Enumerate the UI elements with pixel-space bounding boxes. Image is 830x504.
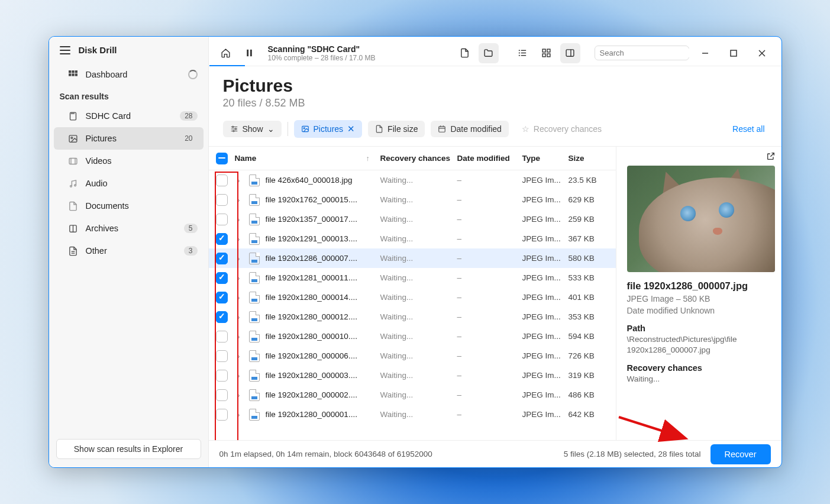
svg-point-15 [70,185,72,187]
file-size: 629 KB [569,195,616,204]
home-button[interactable] [216,43,236,63]
row-checkbox[interactable] [216,370,228,382]
svg-point-45 [235,128,236,130]
table-row[interactable]: › file 1920x1280_000002.... Waiting... –… [209,385,616,405]
row-checkbox[interactable] [216,311,228,323]
search-field[interactable] [600,49,699,57]
file-size: 642 KB [569,410,616,419]
hamburger-icon[interactable] [60,46,70,54]
file-name: file 1920x1280_000002.... [266,390,357,399]
chevron-down-icon: ⌄ [267,124,274,134]
sidebar-dashboard[interactable]: Dashboard [49,63,208,86]
row-checkbox[interactable] [216,194,228,206]
minimize-button[interactable] [693,44,718,62]
close-button[interactable] [750,44,774,62]
filter-pictures-chip[interactable]: Pictures ✕ [294,120,363,138]
svg-rect-12 [69,158,77,164]
file-recovery: Waiting... [380,176,457,185]
table-row[interactable]: › file 1920x1280_000014.... Waiting... –… [209,287,616,307]
row-checkbox[interactable] [216,272,228,284]
svg-rect-0 [69,70,71,73]
chevron-right-icon[interactable]: › [235,235,243,243]
svg-rect-24 [521,50,527,51]
open-external-icon[interactable] [766,151,776,163]
pictures-icon [301,125,309,133]
split-view-button[interactable] [560,43,580,63]
details-recovery-value: Waiting... [627,374,774,385]
table-row[interactable]: › file 1920x1762_000015.... Waiting... –… [209,190,616,209]
maximize-button[interactable] [721,44,746,62]
row-checkbox[interactable] [216,350,228,362]
grid-view-button[interactable] [537,43,557,63]
file-recovery: Waiting... [380,293,457,302]
file-type: JPEG Im... [522,254,569,263]
file-type-icon [249,311,260,323]
list-view-button[interactable] [513,43,533,63]
folder-view-button[interactable] [479,43,499,63]
sort-arrow-icon[interactable]: ↑ [366,154,376,163]
search-input[interactable] [595,46,689,60]
show-dropdown[interactable]: Show ⌄ [223,121,282,137]
table-row[interactable]: › file 1920x1280_000012.... Waiting... –… [209,307,616,327]
row-checkbox[interactable] [216,253,228,264]
file-type-icon [249,292,260,303]
table-row[interactable]: › file 1920x1357_000017.... Waiting... –… [209,209,616,229]
chevron-right-icon[interactable]: › [235,274,243,282]
sidebar-item-audio[interactable]: Audio [49,172,208,195]
chevron-right-icon[interactable]: › [235,392,243,399]
row-checkbox[interactable] [216,175,228,186]
file-name: file 1920x1281_000011.... [266,273,357,282]
table-row[interactable]: › file 426x640_000018.jpg Waiting... – J… [209,170,616,190]
chevron-right-icon[interactable]: › [235,372,243,379]
chevron-right-icon[interactable]: › [235,411,243,418]
file-type-icon [249,389,260,401]
row-checkbox[interactable] [216,233,228,245]
filter-date-chip[interactable]: Date modified [431,121,508,137]
chevron-right-icon[interactable]: › [235,333,243,340]
file-view-button[interactable] [455,43,475,63]
chevron-right-icon[interactable]: › [235,255,243,262]
pause-button[interactable] [240,43,260,63]
filter-filesize-chip[interactable]: File size [368,121,425,137]
table-row[interactable]: › file 1920x1280_000010.... Waiting... –… [209,327,616,346]
calendar-icon [438,125,446,133]
chevron-right-icon[interactable]: › [235,353,243,360]
row-checkbox[interactable] [216,331,228,343]
chevron-right-icon[interactable]: › [235,294,243,301]
remove-filter-icon[interactable]: ✕ [347,124,355,134]
filter-recovery-chip[interactable]: ☆ Recovery chances [515,121,609,137]
sidebar-item-archives[interactable]: Archives 5 [49,217,208,240]
chevron-right-icon[interactable]: › [235,216,243,223]
table-row[interactable]: › file 1920x1280_000001.... Waiting... –… [209,405,616,424]
sidebar-item-label: Other [86,246,107,256]
svg-rect-26 [521,53,527,53]
chevron-right-icon[interactable]: › [235,177,243,184]
select-all-checkbox[interactable] [216,153,228,164]
svg-rect-5 [75,73,77,76]
show-in-explorer-button[interactable]: Show scan results in Explorer [56,439,201,459]
file-date: – [457,234,522,243]
app-window: Disk Drill Dashboard Scan results SDHC C… [49,36,782,468]
row-checkbox[interactable] [216,214,228,225]
table-row[interactable]: › file 1920x1280_000006.... Waiting... –… [209,346,616,366]
sidebar-item-sdhc-card[interactable]: SDHC Card 28 [49,105,208,127]
sidebar-item-pictures[interactable]: Pictures 20 [54,127,204,150]
sidebar-item-documents[interactable]: Documents [49,195,208,217]
table-row[interactable]: › file 1920x1280_000003.... Waiting... –… [209,366,616,385]
row-checkbox[interactable] [216,389,228,401]
chevron-right-icon[interactable]: › [235,196,243,203]
sidebar-heading-scan-results: Scan results [49,86,208,105]
row-checkbox[interactable] [216,409,228,421]
table-row[interactable]: › file 1920x1281_000011.... Waiting... –… [209,268,616,287]
file-type-icon [249,272,260,284]
sidebar-item-other[interactable]: Other 3 [49,240,208,262]
table-row[interactable]: › file 1920x1286_000007.... Waiting... –… [209,248,616,268]
sidebar-item-videos[interactable]: Videos [49,150,208,172]
reset-all-link[interactable]: Reset all [732,124,767,134]
recover-button[interactable]: Recover [710,444,771,464]
chevron-right-icon[interactable]: › [235,314,243,321]
file-date: – [457,176,522,185]
table-row[interactable]: › file 1920x1291_000013.... Waiting... –… [209,229,616,248]
file-type: JPEG Im... [522,371,569,380]
row-checkbox[interactable] [216,292,228,303]
